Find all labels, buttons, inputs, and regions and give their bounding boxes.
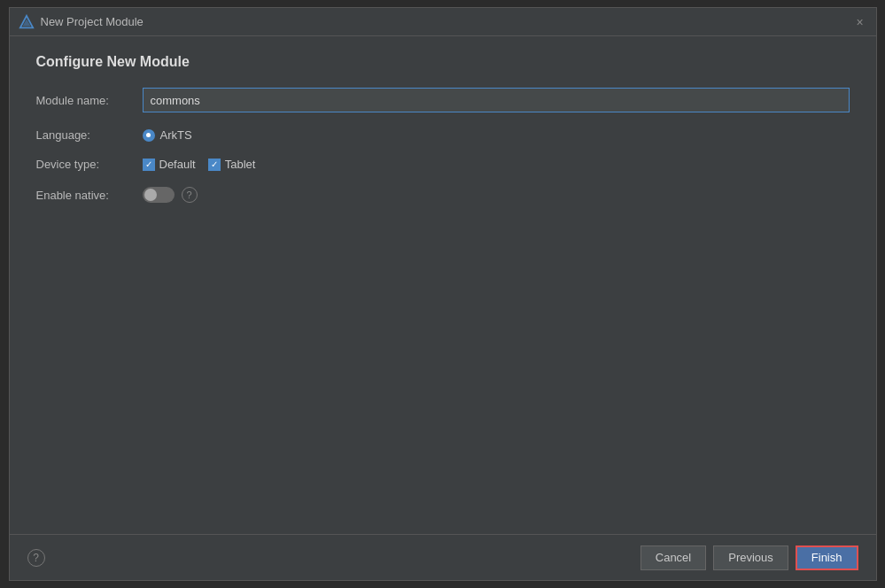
enable-native-label: Enable native: — [36, 189, 143, 202]
title-bar-left: New Project Module — [19, 14, 144, 30]
new-project-module-dialog: New Project Module × Configure New Modul… — [9, 7, 877, 581]
device-type-checkbox-group: ✓ Default ✓ Tablet — [143, 158, 850, 171]
dialog-content: Configure New Module Module name: Langua… — [10, 36, 876, 534]
device-type-row: Device type: ✓ Default ✓ Tablet — [36, 158, 850, 171]
default-checkbox-item: ✓ Default — [143, 158, 196, 171]
default-checkbox[interactable]: ✓ — [143, 159, 155, 171]
footer-left: ? — [27, 549, 45, 567]
title-bar: New Project Module × — [10, 8, 876, 36]
toggle-knob — [144, 189, 157, 201]
radio-inner — [146, 133, 151, 137]
default-check-icon: ✓ — [145, 160, 152, 169]
close-button[interactable]: × — [853, 15, 867, 29]
module-name-control — [143, 88, 850, 112]
language-radio-group: ArkTS — [143, 128, 850, 142]
dialog-footer: ? Cancel Previous Finish — [10, 534, 876, 580]
previous-button[interactable]: Previous — [713, 545, 788, 570]
tablet-check-icon: ✓ — [211, 160, 218, 169]
tablet-checkbox-item: ✓ Tablet — [208, 158, 256, 171]
finish-button[interactable]: Finish — [796, 545, 858, 570]
app-logo-icon — [19, 14, 35, 30]
enable-native-toggle[interactable] — [143, 187, 175, 203]
arkts-radio[interactable] — [143, 129, 155, 142]
arkts-label: ArkTS — [160, 128, 192, 142]
device-type-label: Device type: — [36, 158, 143, 171]
module-name-row: Module name: — [36, 88, 850, 112]
enable-native-control: ? — [143, 187, 850, 203]
enable-native-help-icon[interactable]: ? — [182, 187, 198, 203]
module-name-label: Module name: — [36, 94, 143, 107]
section-title: Configure New Module — [36, 54, 850, 70]
footer-help-icon[interactable]: ? — [27, 549, 45, 567]
tablet-checkbox[interactable]: ✓ — [208, 159, 221, 171]
module-name-input[interactable] — [143, 88, 850, 112]
tablet-label: Tablet — [225, 158, 256, 171]
footer-right: Cancel Previous Finish — [640, 545, 858, 570]
device-type-control: ✓ Default ✓ Tablet — [143, 158, 850, 171]
enable-native-toggle-group: ? — [143, 187, 850, 203]
cancel-button[interactable]: Cancel — [640, 545, 706, 570]
enable-native-row: Enable native: ? — [36, 187, 850, 203]
language-label: Language: — [36, 128, 143, 142]
default-label: Default — [159, 158, 196, 171]
language-control: ArkTS — [143, 128, 850, 142]
language-row: Language: ArkTS — [36, 128, 850, 142]
dialog-title: New Project Module — [41, 15, 144, 28]
